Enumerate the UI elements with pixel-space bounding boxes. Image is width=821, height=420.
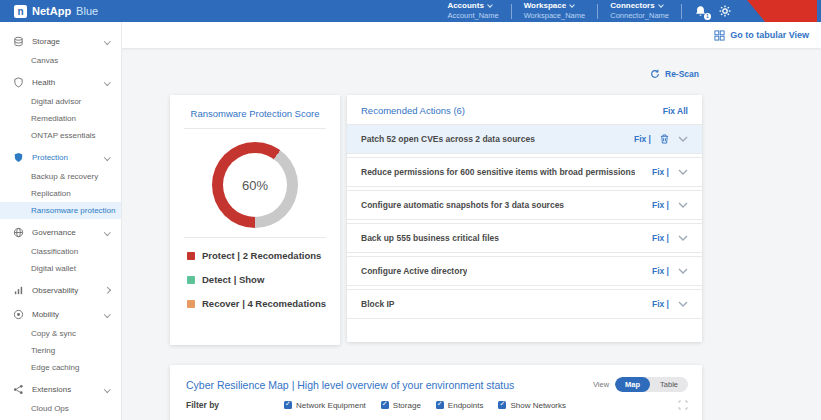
fix-button[interactable]: Fix | bbox=[652, 167, 669, 177]
legend-item-recover[interactable]: Recover | 4 Recomedations bbox=[187, 298, 340, 309]
chevron-down-icon bbox=[569, 2, 575, 8]
top-header: n NetApp Blue Accounts Account_Name Work… bbox=[0, 0, 821, 22]
chevron-down-icon[interactable] bbox=[678, 301, 688, 307]
action-text: Configure automatic snapshots for 3 data… bbox=[361, 200, 564, 210]
sidebar-item-storage[interactable]: Storage bbox=[0, 31, 121, 52]
chevron-down-icon bbox=[104, 79, 110, 85]
action-text: Block IP bbox=[361, 299, 395, 309]
sidebar-item-observability[interactable]: Observability bbox=[0, 280, 121, 301]
sidebar-item-ransomware-protection[interactable]: Ransomware protection bbox=[0, 202, 121, 219]
fix-button[interactable]: Fix | bbox=[652, 200, 669, 210]
tabular-link-label: Go to tabular View bbox=[730, 30, 809, 40]
action-row[interactable]: Back up 555 business critical files Fix … bbox=[347, 223, 702, 253]
checkbox-checked-icon[interactable] bbox=[381, 401, 389, 409]
grid-icon bbox=[714, 30, 725, 41]
accounts-menu[interactable]: Accounts Account_Name bbox=[447, 1, 498, 20]
action-row[interactable]: Block IP Fix | bbox=[347, 289, 702, 319]
sidebar-item-edge-caching[interactable]: Edge caching bbox=[0, 359, 121, 376]
legend-item-protect[interactable]: Protect | 2 Recomedations bbox=[187, 250, 340, 261]
sidebar-item-label: Observability bbox=[32, 286, 78, 295]
checkbox-checked-icon[interactable] bbox=[284, 401, 292, 409]
sidebar-item-label: Storage bbox=[32, 37, 60, 46]
go-to-tabular-view-button[interactable]: Go to tabular View bbox=[714, 30, 809, 41]
sidebar-item-replication[interactable]: Replication bbox=[0, 185, 121, 202]
app-root: n NetApp Blue Accounts Account_Name Work… bbox=[0, 0, 821, 420]
connectors-label: Connectors bbox=[610, 1, 654, 11]
protection-score-donut-chart: 60% bbox=[212, 142, 298, 228]
chevron-down-icon[interactable] bbox=[678, 235, 688, 241]
chevron-down-icon bbox=[104, 38, 110, 44]
checkbox-checked-icon[interactable] bbox=[436, 401, 444, 409]
chevron-down-icon[interactable] bbox=[678, 268, 688, 274]
action-row[interactable]: Patch 52 open CVEs across 2 data sources… bbox=[347, 124, 702, 154]
filter-show-networks[interactable]: Show Networks bbox=[498, 401, 566, 410]
sidebar-item-protection[interactable]: Protection bbox=[0, 147, 121, 168]
legend-item-detect[interactable]: Detect | Show bbox=[187, 274, 340, 285]
sidebar-item-governance[interactable]: Governance bbox=[0, 222, 121, 243]
sidebar-item-backup-recovery[interactable]: Backup & recovery bbox=[0, 168, 121, 185]
workspace-menu[interactable]: Workspace Workspace_Name bbox=[524, 1, 586, 20]
sidebar-item-label: Health bbox=[32, 78, 55, 87]
fix-button[interactable]: Fix | bbox=[652, 233, 669, 243]
fullscreen-icon[interactable] bbox=[678, 400, 688, 410]
account-name: Account_Name bbox=[447, 11, 498, 20]
health-shield-icon bbox=[12, 77, 24, 88]
sidebar-item-digital-wallet[interactable]: Digital wallet bbox=[0, 260, 121, 277]
view-label: View bbox=[593, 380, 609, 389]
action-row[interactable]: Reduce permissions for 600 sensitive ite… bbox=[347, 157, 702, 187]
brand: n NetApp Blue bbox=[0, 5, 98, 18]
refresh-icon bbox=[650, 69, 660, 79]
action-row[interactable]: Configure Active directory Fix | bbox=[347, 256, 702, 286]
header-divider bbox=[511, 4, 512, 19]
rescan-button[interactable]: Re-Scan bbox=[650, 69, 699, 79]
action-text: Patch 52 open CVEs across 2 data sources bbox=[361, 134, 535, 144]
chevron-down-icon[interactable] bbox=[678, 136, 688, 142]
sidebar-item-tiering[interactable]: Tiering bbox=[0, 342, 121, 359]
header-divider bbox=[681, 4, 682, 19]
notification-badge: 1 bbox=[704, 13, 711, 20]
brand-product: Blue bbox=[76, 5, 98, 17]
connectors-menu[interactable]: Connectors Connector_Name bbox=[610, 1, 669, 20]
fix-button[interactable]: Fix | bbox=[652, 299, 669, 309]
action-row[interactable]: Configure automatic snapshots for 3 data… bbox=[347, 190, 702, 220]
filter-by-label: Filter by bbox=[186, 400, 284, 410]
sidebar-item-remediation[interactable]: Remediation bbox=[0, 110, 121, 127]
map-table-toggle: Map Table bbox=[615, 377, 688, 392]
sidebar-item-classification[interactable]: Classification bbox=[0, 243, 121, 260]
fix-button[interactable]: Fix | bbox=[634, 134, 651, 144]
sidebar-item-label: Protection bbox=[32, 153, 68, 162]
view-toolbar: Go to tabular View bbox=[122, 22, 821, 48]
protection-shield-icon bbox=[12, 152, 24, 163]
actions-card-title: Recomended Actions (6) bbox=[361, 105, 465, 116]
chevron-down-icon bbox=[104, 311, 110, 317]
sidebar-item-mobility[interactable]: Mobility bbox=[0, 304, 121, 325]
view-table-button[interactable]: Table bbox=[650, 377, 688, 392]
chevron-down-icon bbox=[104, 386, 110, 392]
chevron-down-icon[interactable] bbox=[678, 169, 688, 175]
sidebar-item-cloud-ops[interactable]: Cloud Ops bbox=[0, 400, 121, 417]
sidebar-item-label: Mobility bbox=[32, 310, 59, 319]
filter-storage[interactable]: Storage bbox=[381, 401, 421, 410]
fix-button[interactable]: Fix | bbox=[652, 266, 669, 276]
chevron-down-icon bbox=[658, 2, 664, 8]
filter-endpoints[interactable]: Endpoints bbox=[436, 401, 484, 410]
sidebar-item-health[interactable]: Health bbox=[0, 72, 121, 93]
sidebar-item-copy-sync[interactable]: Copy & sync bbox=[0, 325, 121, 342]
sidebar-item-ontap-essentials[interactable]: ONTAP essentials bbox=[0, 127, 121, 144]
extensions-share-icon bbox=[12, 384, 24, 395]
governance-globe-icon bbox=[12, 227, 24, 238]
corner-ribbon bbox=[747, 0, 817, 22]
trash-icon[interactable] bbox=[660, 134, 669, 144]
filter-network-equipment[interactable]: Network Equipment bbox=[284, 401, 366, 410]
observability-bars-icon bbox=[12, 285, 24, 296]
view-map-button[interactable]: Map bbox=[615, 377, 650, 392]
fix-all-button[interactable]: Fix All bbox=[663, 106, 688, 116]
sidebar-item-extensions[interactable]: Extensions bbox=[0, 379, 121, 400]
notifications-bell-icon[interactable]: 1 bbox=[694, 5, 707, 18]
sidebar-item-digital-advisor[interactable]: Digital advisor bbox=[0, 93, 121, 110]
sidebar-item-canvas[interactable]: Canvas bbox=[0, 52, 121, 69]
recover-swatch-icon bbox=[187, 300, 195, 308]
settings-gear-icon[interactable] bbox=[719, 5, 731, 17]
checkbox-checked-icon[interactable] bbox=[498, 401, 506, 409]
chevron-down-icon[interactable] bbox=[678, 202, 688, 208]
